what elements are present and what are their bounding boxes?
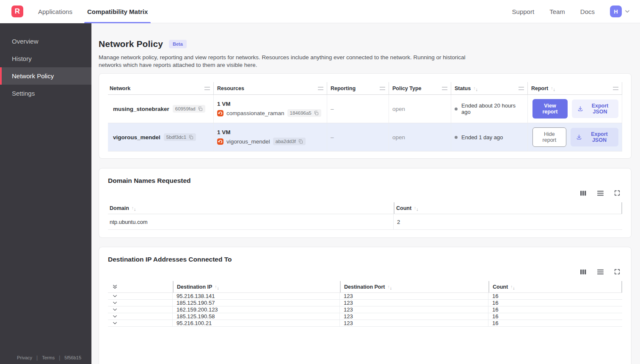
column-resize-handle[interactable]: [318, 87, 323, 90]
columns-icon[interactable]: [580, 190, 587, 196]
column-header-network[interactable]: Network: [108, 82, 214, 94]
column-header-destination-ip[interactable]: Destination IP ↑↓: [173, 281, 340, 292]
page-description: Manage network policy, reporting and vie…: [99, 54, 482, 69]
sidebar-item-overview[interactable]: Overview: [0, 33, 91, 50]
column-header-destination-port[interactable]: Destination Port ↑↓: [340, 281, 488, 292]
policy-type-cell: open: [389, 123, 451, 151]
destination-ip-cell: 185.125.190.57: [173, 300, 340, 306]
sort-icon[interactable]: ↑↓: [414, 206, 419, 211]
column-header-count[interactable]: Count ↑↓: [488, 281, 622, 292]
sidebar-item-history[interactable]: History: [0, 50, 91, 67]
status-dot-icon: [455, 108, 458, 110]
report-cell: Hide report Export JSON: [528, 123, 622, 151]
destination-ip-cell: 95.216.138.141: [173, 293, 340, 299]
sidebar-item-settings[interactable]: Settings: [0, 85, 91, 102]
resource-id-badge: aba2dd3f: [273, 138, 306, 145]
column-header-report[interactable]: Report ↑↓: [528, 82, 622, 94]
view-report-button[interactable]: View report: [532, 99, 568, 119]
double-chevron-down-icon[interactable]: [112, 284, 118, 290]
app-logo-letter: R: [15, 7, 20, 16]
nav-tab-applications[interactable]: Applications: [38, 0, 72, 23]
status-text: Ended 1 day ago: [461, 134, 503, 141]
column-header-resources[interactable]: Resources: [214, 82, 327, 94]
privacy-link[interactable]: Privacy: [17, 355, 32, 360]
destination-ip-cell: 95.216.100.21: [173, 320, 340, 326]
resources-cell: 1 VM vigorous_mendel aba2dd3f: [214, 123, 327, 151]
build-version: 5f56b15: [64, 355, 81, 360]
destination-row: 185.125.190.57 123 16: [108, 300, 622, 306]
nav-link-team[interactable]: Team: [549, 8, 565, 15]
sort-icon[interactable]: ↑↓: [388, 284, 392, 290]
column-header-count[interactable]: Count ↑↓: [394, 202, 622, 214]
nav-link-support[interactable]: Support: [512, 8, 535, 15]
density-icon[interactable]: [597, 190, 604, 196]
app-logo[interactable]: R: [11, 6, 23, 17]
report-cell: View report Export JSON: [528, 95, 622, 123]
sort-icon[interactable]: ↑↓: [510, 284, 515, 290]
nav-link-docs[interactable]: Docs: [580, 8, 595, 15]
destination-port-cell: 123: [340, 320, 488, 326]
destinations-table-header: Destination IP ↑↓ Destination Port ↑↓ Co…: [108, 281, 622, 293]
column-resize-handle[interactable]: [519, 87, 524, 90]
nav-tab-compatibility-matrix[interactable]: Compatibility Matrix: [87, 0, 148, 23]
export-json-button[interactable]: Export JSON: [572, 99, 618, 118]
sidebar-footer: Privacy | Terms | 5f56b15: [0, 355, 91, 361]
network-id-badge: 60959fad: [173, 105, 205, 113]
chevron-down-icon[interactable]: [112, 293, 118, 299]
terms-link[interactable]: Terms: [42, 355, 55, 360]
reporting-cell: –: [327, 123, 389, 151]
export-json-button[interactable]: Export JSON: [571, 128, 618, 146]
user-avatar[interactable]: H: [610, 6, 622, 17]
sort-icon[interactable]: ↑↓: [473, 86, 478, 91]
card-title: Domain Names Requested: [108, 177, 622, 185]
sort-icon[interactable]: ↑↓: [132, 206, 136, 211]
download-icon: [576, 134, 582, 140]
networks-table-header: Network Resources Reporting Policy Type …: [108, 82, 622, 95]
network-name: musing_stonebraker: [113, 106, 169, 112]
network-cell: musing_stonebraker 60959fad: [108, 95, 214, 123]
status-text: Ended about 20 hours ago: [461, 102, 524, 115]
domains-table: Domain ↑↓ Count ↑↓ ntp.ubuntu.com 2: [108, 202, 622, 230]
column-header-domain[interactable]: Domain ↑↓: [108, 202, 394, 214]
sort-icon[interactable]: ↑↓: [551, 86, 555, 91]
fullscreen-icon[interactable]: [614, 268, 621, 275]
expand-row-cell: [108, 306, 173, 313]
resource-name: vigorous_mendel: [226, 138, 270, 145]
expand-row-cell: [108, 300, 173, 306]
page-title: Network Policy: [99, 39, 163, 49]
column-header-policy-type[interactable]: Policy Type: [389, 82, 451, 94]
chevron-down-icon[interactable]: [112, 306, 118, 313]
column-header-reporting[interactable]: Reporting: [327, 82, 389, 94]
copy-icon[interactable]: [198, 106, 203, 111]
chevron-down-icon[interactable]: [112, 300, 118, 306]
top-navigation: Applications Compatibility Matrix: [38, 0, 148, 23]
network-name: vigorous_mendel: [113, 134, 160, 141]
column-resize-handle[interactable]: [613, 87, 618, 90]
column-resize-handle[interactable]: [380, 87, 385, 90]
copy-icon[interactable]: [298, 139, 303, 144]
status-dot-icon: [455, 136, 458, 139]
page-header: Network Policy Beta: [99, 39, 632, 49]
column-header-status[interactable]: Status ↑↓: [451, 82, 528, 94]
chevron-down-icon[interactable]: [112, 320, 118, 326]
destination-row: 162.159.200.123 123 16: [108, 306, 622, 313]
chevron-down-icon[interactable]: [112, 313, 118, 320]
sidebar-item-network-policy[interactable]: Network Policy: [0, 67, 91, 85]
hide-report-button[interactable]: Hide report: [532, 127, 566, 147]
fullscreen-icon[interactable]: [614, 190, 621, 196]
expand-all-header: [108, 281, 173, 292]
expand-row-cell: [108, 313, 173, 320]
user-menu[interactable]: H: [610, 6, 631, 17]
copy-icon[interactable]: [314, 110, 319, 116]
count-cell: 16: [488, 320, 622, 326]
resources-summary: 1 VM: [217, 101, 231, 107]
network-table-row: vigorous_mendel 5bdf3dc1 1 VM vig: [108, 123, 622, 152]
column-resize-handle[interactable]: [442, 87, 447, 90]
destination-port-cell: 123: [340, 306, 488, 313]
density-icon[interactable]: [597, 269, 604, 275]
destination-ip-cell: 185.125.190.58: [173, 313, 340, 320]
copy-icon[interactable]: [188, 135, 193, 140]
column-resize-handle[interactable]: [204, 87, 210, 90]
columns-icon[interactable]: [580, 269, 587, 275]
sort-icon[interactable]: ↑↓: [215, 284, 219, 290]
